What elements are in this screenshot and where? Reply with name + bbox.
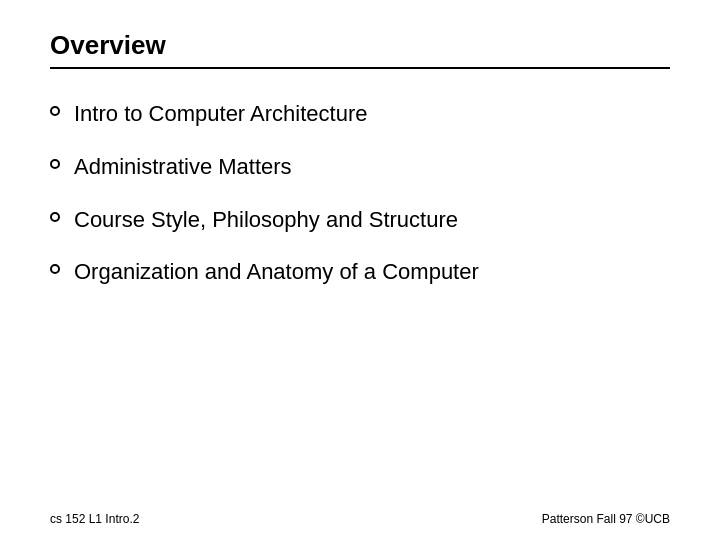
footer-right-text: Patterson Fall 97 ©UCB xyxy=(542,512,670,526)
slide-title: Overview xyxy=(50,30,670,61)
bullet-text: Organization and Anatomy of a Computer xyxy=(74,257,479,288)
bullet-text: Administrative Matters xyxy=(74,152,292,183)
footer-left-text: cs 152 L1 Intro.2 xyxy=(50,512,139,526)
list-item: Course Style, Philosophy and Structure xyxy=(50,205,670,236)
bullet-text: Course Style, Philosophy and Structure xyxy=(74,205,458,236)
bullet-circle-icon xyxy=(50,159,60,169)
list-item: Organization and Anatomy of a Computer xyxy=(50,257,670,288)
list-item: Administrative Matters xyxy=(50,152,670,183)
bullet-circle-icon xyxy=(50,264,60,274)
bullet-list: Intro to Computer Architecture Administr… xyxy=(50,99,670,288)
bullet-circle-icon xyxy=(50,106,60,116)
bullet-text: Intro to Computer Architecture xyxy=(74,99,367,130)
slide: Overview Intro to Computer Architecture … xyxy=(0,0,720,540)
slide-footer: cs 152 L1 Intro.2 Patterson Fall 97 ©UCB xyxy=(50,512,670,526)
list-item: Intro to Computer Architecture xyxy=(50,99,670,130)
bullet-circle-icon xyxy=(50,212,60,222)
title-divider xyxy=(50,67,670,69)
